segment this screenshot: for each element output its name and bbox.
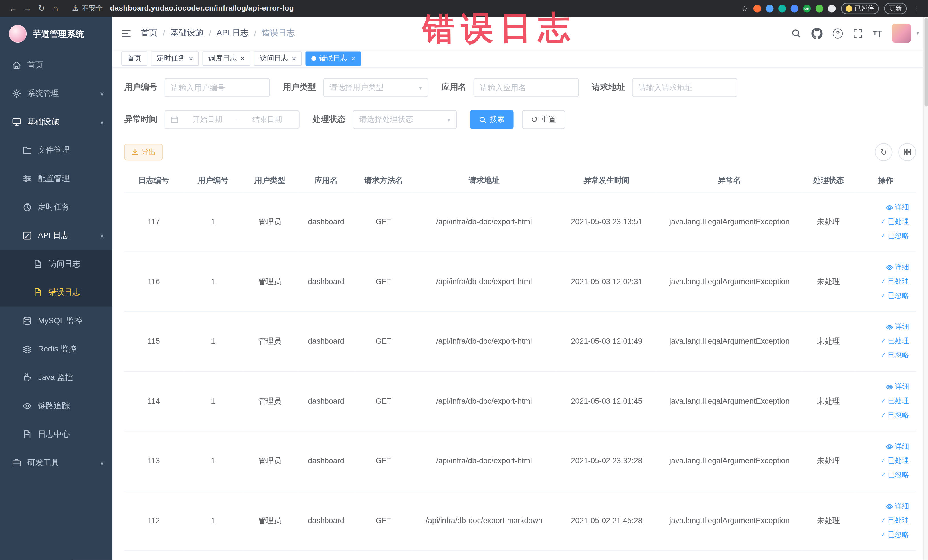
ext-paw-icon[interactable]	[828, 5, 836, 12]
tab-tag[interactable]: 访问日志 ×	[254, 51, 302, 65]
ignore-link[interactable]: ✓ 已忽略	[881, 350, 909, 360]
process-status-select[interactable]: 请选择处理状态 ▾	[353, 110, 457, 129]
bookmark-star-icon[interactable]: ☆	[741, 4, 748, 12]
sidebar-item[interactable]: 错误日志	[0, 278, 112, 307]
ext-blue-grid-icon[interactable]	[791, 5, 798, 12]
fullscreen-icon[interactable]	[853, 28, 863, 38]
user-id-input[interactable]	[165, 78, 270, 97]
sidebar-item[interactable]: 定时任务	[0, 193, 112, 221]
cell-log-id: 112	[124, 491, 183, 551]
sidebar-item[interactable]: 链路追踪	[0, 392, 112, 420]
ext-teal-icon[interactable]	[778, 5, 786, 12]
sidebar-item[interactable]: Redis 监控	[0, 335, 112, 363]
menu-icon	[12, 60, 22, 70]
cell-request-url: /api/infra/db-doc/export-html	[412, 311, 556, 371]
ignore-link[interactable]: ✓ 已忽略	[881, 231, 909, 241]
sidebar-item[interactable]: Java 监控	[0, 363, 112, 392]
cell-log-id: 116	[124, 252, 183, 311]
app-name-input[interactable]	[473, 78, 579, 97]
processed-link[interactable]: ✓ 已处理	[881, 516, 909, 525]
exception-time-range-picker[interactable]: 开始日期 - 结束日期	[165, 110, 299, 129]
detail-link[interactable]: 详细	[886, 501, 909, 511]
browser-home-icon[interactable]: ⌂	[49, 3, 63, 13]
tab-tag[interactable]: 错误日志 ×	[305, 51, 361, 65]
cell-status: 未处理	[802, 371, 855, 431]
close-icon[interactable]: ×	[240, 55, 244, 62]
sidebar-item[interactable]: 基础设施 ∧	[0, 108, 112, 136]
sidebar-item[interactable]: 配置管理	[0, 165, 112, 193]
ignore-link[interactable]: ✓ 已忽略	[881, 410, 909, 420]
ignore-link[interactable]: ✓ 已忽略	[881, 470, 909, 480]
scrollbar-thumb[interactable]	[925, 18, 928, 107]
font-size-icon[interactable]: TT	[873, 28, 882, 38]
request-url-input[interactable]	[632, 78, 737, 97]
table-header-row: 日志编号用户编号用户类型应用名请求方法名请求地址异常发生时间异常名处理状态操作	[124, 169, 916, 192]
close-icon[interactable]: ×	[292, 55, 296, 62]
reload-icon[interactable]: ↻	[34, 3, 49, 13]
hamburger-icon[interactable]	[121, 28, 131, 38]
sidebar-item[interactable]: 文件管理	[0, 136, 112, 165]
cell-exception-time: 2021-05-03 12:01:45	[556, 371, 657, 431]
sidebar-item[interactable]: 访问日志	[0, 250, 112, 278]
cell-app-name: dashboard	[297, 252, 355, 311]
update-button[interactable]: 更新	[884, 3, 907, 14]
tab-tag[interactable]: 定时任务 ×	[151, 51, 199, 65]
check-icon: ✓	[881, 232, 886, 239]
site-security[interactable]: ⚠ 不安全	[72, 3, 103, 13]
processed-link[interactable]: ✓ 已处理	[881, 336, 909, 346]
sidebar-item[interactable]: MySQL 监控	[0, 307, 112, 335]
sidebar-item[interactable]: 研发工具 ∨	[0, 449, 112, 477]
user-avatar[interactable]	[892, 24, 911, 43]
detail-link[interactable]: 详细	[886, 322, 909, 332]
sidebar-item[interactable]: 日志中心	[0, 420, 112, 449]
table-row: 113 1 管理员 dashboard GET /api/infra/db-do…	[124, 431, 916, 491]
reset-button[interactable]: ↺ 重置	[522, 110, 565, 129]
column-settings-button[interactable]	[898, 143, 916, 161]
eye-icon	[886, 443, 893, 450]
ext-leaf-icon[interactable]	[816, 5, 823, 12]
close-icon[interactable]: ×	[189, 55, 193, 62]
menu-icon	[12, 458, 22, 468]
paused-badge[interactable]: 已暂停	[841, 3, 879, 14]
detail-link[interactable]: 详细	[886, 442, 909, 452]
browser-menu-icon[interactable]: ⋮	[912, 4, 922, 12]
breadcrumb-item[interactable]: 错误日志 /	[262, 28, 295, 38]
eye-icon	[886, 503, 893, 510]
search-button[interactable]: 搜索	[470, 110, 514, 129]
tab-tag[interactable]: 首页 ×	[121, 51, 147, 65]
processed-link[interactable]: ✓ 已处理	[881, 456, 909, 465]
export-button[interactable]: 导出	[124, 144, 163, 160]
detail-link[interactable]: 详细	[886, 203, 909, 212]
ext-blue-drop-icon[interactable]	[766, 5, 774, 12]
processed-link[interactable]: ✓ 已处理	[881, 396, 909, 406]
user-caret-icon[interactable]: ▾	[916, 30, 919, 36]
breadcrumb-item[interactable]: 首页 /	[141, 28, 171, 38]
ext-on-badge-icon[interactable]: on	[803, 5, 811, 12]
tab-tag[interactable]: 调度日志 ×	[203, 51, 250, 65]
close-icon[interactable]: ×	[351, 55, 355, 62]
cell-user-type: 管理员	[243, 252, 297, 311]
sidebar-item[interactable]: 系统管理 ∨	[0, 79, 112, 108]
download-icon	[131, 149, 139, 156]
user-type-select[interactable]: 请选择用户类型 ▾	[323, 78, 429, 97]
forward-icon[interactable]: →	[20, 3, 35, 13]
breadcrumb-item[interactable]: 基础设施 /	[170, 28, 217, 38]
app-logo[interactable]: 芋道管理系统	[0, 17, 112, 51]
ext-orange-icon[interactable]	[753, 5, 761, 12]
breadcrumb-item[interactable]: API 日志 /	[217, 28, 262, 38]
ignore-link[interactable]: ✓ 已忽略	[881, 291, 909, 301]
processed-link[interactable]: ✓ 已处理	[881, 217, 909, 226]
detail-link[interactable]: 详细	[886, 262, 909, 272]
sidebar-item[interactable]: API 日志 ∧	[0, 221, 112, 250]
sidebar-item[interactable]: 首页	[0, 51, 112, 79]
refresh-table-button[interactable]: ↻	[875, 143, 892, 161]
detail-link[interactable]: 详细	[886, 382, 909, 392]
ignore-link[interactable]: ✓ 已忽略	[881, 530, 909, 540]
search-icon[interactable]	[791, 28, 801, 38]
processed-link[interactable]: ✓ 已处理	[881, 276, 909, 287]
back-icon[interactable]: ←	[6, 3, 20, 13]
address-bar[interactable]: dashboard.yudao.iocoder.cn/infra/log/api…	[110, 4, 735, 12]
check-icon: ✓	[881, 352, 886, 359]
github-icon[interactable]	[812, 27, 823, 38]
help-icon[interactable]: ?	[833, 28, 843, 38]
